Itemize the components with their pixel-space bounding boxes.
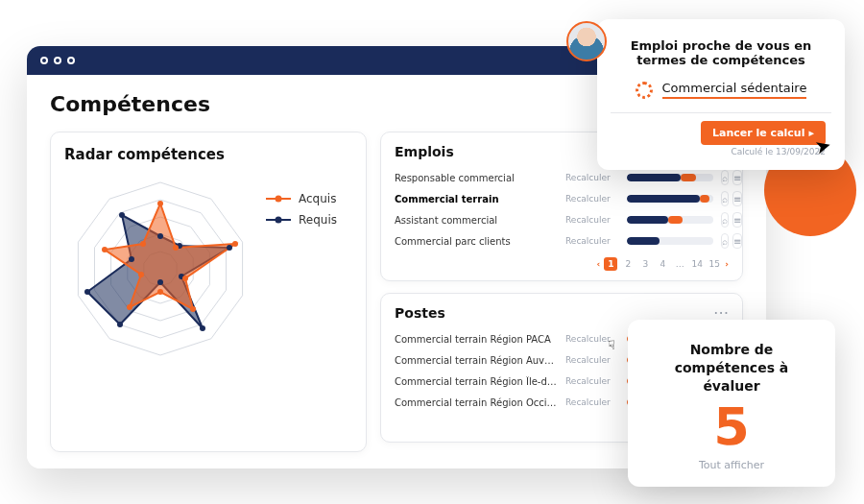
svg-point-19 <box>190 306 196 312</box>
recalc-link[interactable]: Recalculer <box>565 173 619 182</box>
kebab-icon[interactable]: ⋯ <box>713 303 731 322</box>
radar-legend: Acquis Requis <box>266 192 337 227</box>
launch-calc-button[interactable]: Lancer le calcul ▸ <box>701 121 826 145</box>
svg-point-9 <box>200 325 205 331</box>
row-name: Commercial terrain Région Auvergne-Rhône… <box>395 355 558 366</box>
svg-point-21 <box>127 304 132 310</box>
popup-count-value: 5 <box>647 401 816 453</box>
popup-close-job: Emploi proche de vous en termes de compé… <box>597 19 845 170</box>
popup-count: Nombre de compétences à évaluer 5 Tout a… <box>628 320 835 487</box>
row-name: Commercial parc clients <box>395 236 558 247</box>
radar-chart <box>64 173 256 365</box>
popup-job-name[interactable]: Commercial sédentaire <box>662 81 807 99</box>
svg-point-13 <box>129 256 134 262</box>
pager-page[interactable]: 4 <box>656 257 669 271</box>
svg-point-11 <box>117 322 123 327</box>
list-row[interactable]: Assistant commercialRecalculer⌕≡ <box>395 209 729 230</box>
svg-point-28 <box>276 217 282 224</box>
divider <box>611 112 831 113</box>
svg-point-15 <box>157 201 163 206</box>
popup-lead: Emploi proche de vous en termes de compé… <box>616 38 826 67</box>
detail-icon[interactable]: ≡ <box>732 212 742 228</box>
legend-acquis: Acquis <box>266 192 337 205</box>
window-dot <box>54 57 61 64</box>
recalc-link[interactable]: Recalculer <box>565 376 619 386</box>
pager-page[interactable]: 1 <box>604 257 617 271</box>
detail-icon[interactable]: ≡ <box>732 170 742 185</box>
list-row[interactable]: Responsable commercialRecalculer⌕≡ <box>395 167 729 188</box>
pager-page[interactable]: 2 <box>621 257 635 271</box>
svg-point-16 <box>173 245 179 251</box>
progress-bar <box>627 174 713 181</box>
recalc-link[interactable]: Recalculer <box>565 397 619 407</box>
pager-page[interactable]: 14 <box>690 257 704 271</box>
progress-bar <box>627 237 713 245</box>
show-all-link[interactable]: Tout afficher <box>647 459 816 471</box>
detail-icon[interactable]: ≡ <box>732 191 742 206</box>
progress-bar <box>627 195 713 203</box>
svg-point-26 <box>276 196 282 203</box>
window-dot <box>40 57 48 64</box>
svg-point-10 <box>157 279 163 285</box>
recalc-link[interactable]: Recalculer <box>565 236 619 246</box>
search-icon[interactable]: ⌕ <box>721 212 729 228</box>
pager-prev[interactable]: ‹ <box>597 259 601 269</box>
svg-point-20 <box>157 289 163 295</box>
search-icon[interactable]: ⌕ <box>721 170 729 185</box>
recalc-link[interactable]: Recalculer <box>565 215 619 225</box>
legend-requis: Requis <box>266 213 337 227</box>
emplois-pager[interactable]: ‹1234…1415› <box>395 257 729 271</box>
pager-next[interactable]: › <box>725 259 729 269</box>
svg-point-24 <box>140 241 146 247</box>
svg-point-5 <box>157 233 163 239</box>
calc-timestamp: Calculé le 13/09/2022 <box>731 147 826 156</box>
row-name: Commercial terrain Région Occitanie <box>395 397 558 408</box>
pager-page[interactable]: 15 <box>708 257 721 271</box>
recalc-link[interactable]: Recalculer☟ <box>565 334 619 344</box>
radar-card: Radar compétences <box>50 132 367 452</box>
svg-point-12 <box>84 289 90 295</box>
pager-page[interactable]: … <box>673 257 686 271</box>
recalc-link[interactable]: Recalculer <box>565 355 619 365</box>
svg-point-23 <box>102 247 108 252</box>
avatar[interactable] <box>566 21 607 61</box>
postes-title: Postes <box>395 305 729 321</box>
recalc-link[interactable]: Recalculer <box>565 194 619 204</box>
radar-title: Radar compétences <box>64 146 352 163</box>
progress-bar <box>627 216 713 224</box>
spinner-icon <box>636 82 653 99</box>
svg-point-7 <box>227 245 232 251</box>
svg-point-17 <box>232 241 238 247</box>
row-name: Commercial terrain Région Île-de-France <box>395 376 558 387</box>
hand-cursor-icon: ☟ <box>608 338 615 352</box>
detail-icon[interactable]: ≡ <box>732 233 742 249</box>
popup-count-lead: Nombre de compétences à évaluer <box>647 341 816 396</box>
pager-page[interactable]: 3 <box>638 257 652 271</box>
row-name: Responsable commercial <box>395 173 558 183</box>
list-row[interactable]: Commercial terrainRecalculer⌕≡ <box>395 188 729 209</box>
list-row[interactable]: Commercial parc clientsRecalculer⌕≡ <box>395 230 729 252</box>
svg-point-22 <box>138 272 144 277</box>
row-name: Commercial terrain Région PACA <box>395 334 558 345</box>
svg-point-18 <box>182 276 188 281</box>
window-dot <box>67 57 75 64</box>
search-icon[interactable]: ⌕ <box>721 233 729 249</box>
row-name: Assistant commercial <box>395 215 558 226</box>
search-icon[interactable]: ⌕ <box>721 191 729 206</box>
svg-point-14 <box>119 212 125 218</box>
row-name: Commercial terrain <box>395 194 558 204</box>
